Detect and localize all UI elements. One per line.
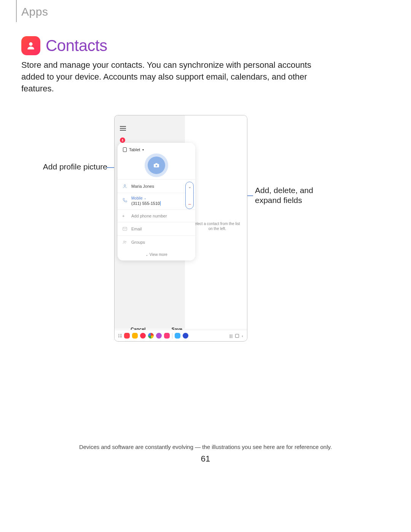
svg-point-10 <box>124 241 125 243</box>
groups-icon <box>122 240 127 245</box>
person-outline-icon <box>122 184 127 189</box>
taskbar-app-4[interactable] <box>148 333 154 339</box>
field-expand-control[interactable]: ⌄ − <box>185 182 194 209</box>
phone-icon <box>122 198 127 203</box>
camera-icon <box>153 163 160 168</box>
chevron-down-icon[interactable]: ⌄ <box>188 184 191 189</box>
intro-paragraph: Store and manage your contacts. You can … <box>21 59 333 94</box>
add-phone-row[interactable]: + Add phone number <box>118 209 195 222</box>
caret-down-icon: ▾ <box>142 148 144 152</box>
page-number: 61 <box>0 454 411 464</box>
svg-rect-4 <box>123 148 127 152</box>
chevron-down-icon: ⌄ <box>144 197 147 200</box>
svg-point-3 <box>122 139 123 140</box>
svg-rect-9 <box>123 227 127 230</box>
email-label: Email <box>131 227 142 231</box>
person-icon <box>26 41 36 51</box>
nav-buttons: ||| ‹ <box>229 334 243 338</box>
taskbar-divider <box>172 333 172 339</box>
groups-field[interactable]: Groups <box>118 235 195 249</box>
taskbar-app-6[interactable] <box>164 333 170 339</box>
storage-selector-label: Tablet <box>129 147 140 152</box>
phone-value[interactable]: (311) 555-1510 <box>131 201 161 206</box>
view-more-label: View more <box>150 252 167 257</box>
svg-point-11 <box>125 241 126 242</box>
add-phone-label: Add phone number <box>131 214 167 218</box>
phone-field[interactable]: Mobile ⌄ (311) 555-1510 <box>118 193 195 209</box>
home-nav-icon[interactable] <box>235 334 239 338</box>
remove-field-icon[interactable]: − <box>188 203 191 206</box>
tablet-icon <box>123 147 127 152</box>
taskbar-app-1[interactable] <box>124 333 130 339</box>
svg-rect-7 <box>155 163 158 164</box>
device-toolbar <box>120 126 126 131</box>
heading-row: Contacts <box>21 36 107 55</box>
chevron-down-icon: ⌄ <box>145 253 148 257</box>
plus-icon: + <box>122 214 127 218</box>
email-field[interactable]: Email <box>118 222 195 235</box>
taskbar-app-8[interactable] <box>183 333 188 339</box>
svg-point-0 <box>29 42 32 46</box>
device-screenshot: elect a contact from the list on the lef… <box>114 115 247 342</box>
add-profile-picture-button[interactable] <box>148 157 165 174</box>
back-nav-icon[interactable]: ‹ <box>242 334 243 338</box>
phone-type-label[interactable]: Mobile <box>131 196 142 200</box>
profile-dot-icon[interactable] <box>120 137 125 143</box>
taskbar-app-5[interactable] <box>156 333 162 339</box>
disclaimer-text: Devices and software are constantly evol… <box>0 444 411 450</box>
taskbar-app-2[interactable] <box>132 333 138 339</box>
page-title: Contacts <box>46 37 107 55</box>
callout-profile: Add profile picture <box>35 162 107 171</box>
section-rule <box>16 0 17 22</box>
mail-icon <box>122 226 127 232</box>
name-field[interactable]: Maria Jones <box>118 179 195 193</box>
contacts-app-icon <box>21 36 40 55</box>
groups-label: Groups <box>131 240 145 244</box>
menu-icon[interactable] <box>120 126 126 131</box>
svg-point-8 <box>124 185 126 186</box>
empty-detail-hint: elect a contact from the list on the lef… <box>193 221 242 231</box>
contact-editor-card: Tablet ▾ Maria Jones Mobile ⌄ (311) 555- <box>118 143 195 260</box>
apps-grid-icon[interactable] <box>118 334 122 337</box>
taskbar-app-7[interactable] <box>175 333 180 339</box>
name-value: Maria Jones <box>131 184 154 189</box>
callout-fields: Add, delete, and expand fields <box>255 185 331 206</box>
view-more-toggle[interactable]: ⌄ View more <box>118 249 195 258</box>
taskbar: ||| ‹ <box>115 330 247 341</box>
recents-nav-icon[interactable]: ||| <box>229 334 233 338</box>
section-label: Apps <box>21 5 48 18</box>
storage-selector[interactable]: Tablet ▾ <box>118 143 195 155</box>
taskbar-app-3[interactable] <box>140 333 146 339</box>
svg-point-6 <box>156 165 157 166</box>
